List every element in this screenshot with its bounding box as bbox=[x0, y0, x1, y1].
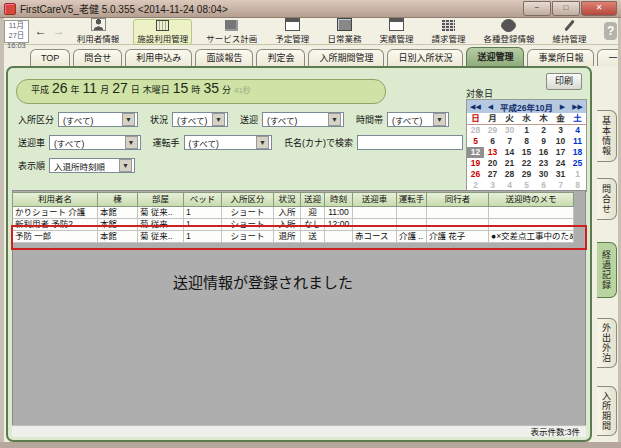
kana-search-input[interactable] bbox=[357, 135, 463, 150]
print-button[interactable]: 印刷 bbox=[546, 73, 582, 90]
minimize-button[interactable]: − bbox=[523, 1, 551, 16]
calendar-prev-year-icon[interactable]: ◀◀ bbox=[470, 103, 481, 111]
vehicle-select[interactable]: (すべて)▼ bbox=[49, 135, 141, 150]
tab-3[interactable]: 面談報告 bbox=[195, 49, 253, 66]
calendar-day[interactable]: 1 bbox=[569, 169, 586, 180]
calendar-day[interactable]: 7 bbox=[501, 136, 518, 147]
tab-4[interactable]: 判定会 bbox=[256, 49, 305, 66]
tab-8[interactable]: 事業所日報 bbox=[527, 49, 594, 66]
status-select[interactable]: (すべて)▼ bbox=[172, 112, 228, 127]
column-header[interactable]: 入所区分 bbox=[222, 192, 274, 207]
calendar-day[interactable]: 30 bbox=[501, 125, 518, 136]
calendar-day[interactable]: 15 bbox=[518, 147, 535, 158]
timeslot-select[interactable]: (すべて)▼ bbox=[387, 112, 449, 127]
toolbar-button-facility[interactable]: 施設利用管理 bbox=[133, 19, 192, 45]
close-button[interactable]: ✕ bbox=[581, 1, 617, 16]
banner-segment: 木曜日 bbox=[143, 83, 170, 96]
column-header[interactable]: 棟 bbox=[98, 192, 138, 207]
calendar-day[interactable]: 14 bbox=[501, 147, 518, 158]
calendar-weekday: 月 bbox=[484, 113, 501, 124]
calendar-day-selected[interactable]: 12 bbox=[467, 147, 484, 158]
calendar-day[interactable]: 11 bbox=[569, 136, 586, 147]
column-header[interactable]: 送迎時のメモ bbox=[489, 192, 574, 207]
forward-arrow-icon[interactable]: → bbox=[53, 24, 65, 38]
calendar-day[interactable]: 30 bbox=[535, 169, 552, 180]
toolbar-button-schedule[interactable]: 予定管理 bbox=[271, 17, 313, 45]
calendar-next-year-icon[interactable]: ▶▶ bbox=[572, 103, 583, 111]
toolbar-button-results[interactable]: 実績管理 bbox=[375, 17, 417, 45]
side-tab-1[interactable]: 問合せ bbox=[597, 178, 617, 220]
table-row[interactable]: 新利用者 予防2本館菊 従来..1ショート入所なし12:00 bbox=[12, 219, 586, 231]
calendar-day[interactable]: 5 bbox=[467, 136, 484, 147]
help-button[interactable]: ? bbox=[604, 22, 617, 40]
tab-2[interactable]: 利用申込み bbox=[125, 49, 192, 66]
toolbar-button-register[interactable]: 各種登録情報 bbox=[479, 19, 538, 45]
calendar-day[interactable]: 18 bbox=[569, 147, 586, 158]
column-header[interactable]: 運転手 bbox=[397, 192, 427, 207]
table-cell: かりショート 介護 bbox=[12, 207, 98, 219]
calendar-day[interactable]: 31 bbox=[552, 169, 569, 180]
toolbar-button-service[interactable]: サービス計画 bbox=[202, 19, 261, 45]
calendar-day[interactable]: 27 bbox=[484, 169, 501, 180]
calendar-day[interactable]: 21 bbox=[501, 158, 518, 169]
tab-7[interactable]: 送迎管理 bbox=[466, 47, 524, 66]
calendar-day[interactable]: 20 bbox=[484, 158, 501, 169]
record-count-strip: 表示件数:3件 bbox=[12, 425, 586, 437]
banner-segment: 時 bbox=[191, 83, 200, 96]
column-header[interactable]: 送迎 bbox=[301, 192, 325, 207]
column-header[interactable]: 利用者名 bbox=[12, 192, 98, 207]
tab-6[interactable]: 日別入所状況 bbox=[387, 49, 463, 66]
side-tab-0[interactable]: 基本情報 bbox=[597, 110, 617, 162]
title-bar[interactable]: FirstCareV5_老健 5.0.355 <2014-11-24 08:04… bbox=[0, 0, 621, 18]
calendar-day[interactable]: 2 bbox=[535, 125, 552, 136]
calendar-day[interactable]: 29 bbox=[484, 125, 501, 136]
tab-1[interactable]: 問合せ bbox=[73, 49, 122, 66]
calendar-prev-month-icon[interactable]: ◀ bbox=[488, 103, 493, 111]
sort-order-select[interactable]: 入退所時刻順▼ bbox=[49, 158, 135, 173]
calendar-day[interactable]: 28 bbox=[467, 125, 484, 136]
admission-type-select[interactable]: (すべて)▼ bbox=[58, 112, 138, 127]
side-tab-4[interactable]: 入所期間 bbox=[597, 386, 617, 436]
calendar-day[interactable]: 3 bbox=[552, 125, 569, 136]
side-tab-2[interactable]: 経過記録 bbox=[597, 242, 617, 298]
calendar-day[interactable]: 17 bbox=[552, 147, 569, 158]
back-arrow-icon[interactable]: ← bbox=[35, 24, 47, 38]
column-header[interactable]: 送迎車 bbox=[353, 192, 397, 207]
tab-5[interactable]: 入所期間管理 bbox=[308, 49, 384, 66]
transport-select[interactable]: (すべて)▼ bbox=[262, 112, 344, 127]
calendar-day[interactable]: 13 bbox=[484, 147, 501, 158]
column-header[interactable]: ベッド bbox=[184, 192, 222, 207]
calendar-day[interactable]: 29 bbox=[518, 169, 535, 180]
table-cell: ショート bbox=[222, 219, 274, 231]
column-header[interactable]: 部屋 bbox=[138, 192, 184, 207]
calendar-day[interactable]: 4 bbox=[569, 125, 586, 136]
calendar-day[interactable]: 22 bbox=[518, 158, 535, 169]
toolbar-button-maintain[interactable]: 維持管理 bbox=[548, 19, 590, 45]
driver-select[interactable]: (すべて)▼ bbox=[184, 135, 272, 150]
calendar-next-month-icon[interactable]: ▶ bbox=[560, 103, 565, 111]
table-row[interactable]: 予防 一郎本館菊 従来..1ショート退所送赤コース介護 ..介護 花子●×交差点… bbox=[12, 231, 586, 243]
calendar-day[interactable]: 25 bbox=[569, 158, 586, 169]
toolbar-button-daily[interactable]: 日常業務 bbox=[323, 17, 365, 45]
calendar-day[interactable]: 26 bbox=[467, 169, 484, 180]
calendar-day[interactable]: 8 bbox=[518, 136, 535, 147]
calendar-day[interactable]: 16 bbox=[535, 147, 552, 158]
calendar-day[interactable]: 28 bbox=[501, 169, 518, 180]
table-row[interactable]: かりショート 介護本館菊 従来..1ショート入所迎11:00 bbox=[12, 207, 586, 219]
calendar-day[interactable]: 23 bbox=[535, 158, 552, 169]
maximize-button[interactable]: □ bbox=[552, 1, 580, 16]
calendar-day[interactable]: 10 bbox=[552, 136, 569, 147]
toolbar-button-user[interactable]: 利用者情報 bbox=[73, 17, 124, 45]
table-cell: 本館 bbox=[98, 231, 138, 243]
column-header[interactable]: 状況 bbox=[274, 192, 301, 207]
tab-top[interactable]: TOP bbox=[30, 49, 70, 66]
calendar-day[interactable]: 19 bbox=[467, 158, 484, 169]
column-header[interactable]: 同行者 bbox=[427, 192, 489, 207]
calendar-day[interactable]: 1 bbox=[518, 125, 535, 136]
column-header[interactable]: 時刻 bbox=[325, 192, 353, 207]
calendar-day[interactable]: 9 bbox=[535, 136, 552, 147]
calendar-day[interactable]: 24 bbox=[552, 158, 569, 169]
side-tab-3[interactable]: 外出外泊 bbox=[597, 318, 617, 368]
toolbar-button-billing[interactable]: 請求管理 bbox=[427, 19, 469, 45]
calendar-day[interactable]: 6 bbox=[484, 136, 501, 147]
